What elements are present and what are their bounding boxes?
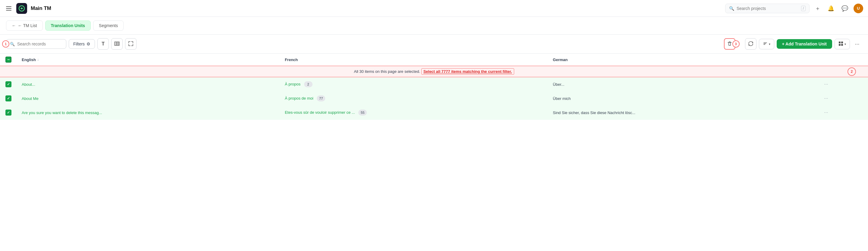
more-options-button[interactable]: ··· (852, 39, 862, 49)
row-checkbox[interactable] (5, 96, 11, 101)
translation-units-tab[interactable]: Translation Units (45, 21, 91, 31)
svg-rect-7 (839, 41, 841, 43)
source-text: About... (22, 82, 35, 87)
french-cell: À propos 2 (280, 77, 548, 92)
filters-button[interactable]: Filters ⚙ (69, 39, 95, 49)
row-more-button[interactable]: ··· (822, 109, 830, 116)
text-size-icon: T (101, 41, 104, 47)
source-text: Are you sure you want to delete this mes… (22, 110, 102, 115)
notifications-button[interactable]: 🔔 (826, 3, 836, 13)
columns-button[interactable] (111, 38, 123, 50)
sort-button[interactable]: ▾ (759, 39, 774, 49)
select-all-banner-row: All 30 items on this page are selected. … (0, 66, 868, 77)
filters-label: Filters (73, 41, 85, 46)
segments-tab[interactable]: Segments (93, 21, 124, 31)
search-slash: / (801, 6, 806, 11)
app-logo (16, 3, 27, 14)
german-label: German (553, 58, 567, 62)
step-2-circle: 2 (847, 67, 856, 76)
row-more-button[interactable]: ··· (822, 95, 830, 102)
search-projects-input[interactable] (737, 6, 799, 11)
expand-button[interactable] (125, 38, 136, 50)
avatar[interactable]: U (854, 4, 863, 13)
add-button[interactable]: ＋ (813, 3, 822, 14)
english-label: English (22, 58, 36, 62)
search-records-input[interactable] (17, 41, 70, 46)
expand-icon (128, 41, 133, 47)
table-header-row: English ↓ French German (0, 53, 868, 66)
messages-button[interactable]: 💬 (840, 3, 850, 13)
segment-count-badge: 55 (358, 110, 367, 115)
segment-count-badge: 2 (304, 81, 313, 87)
german-text: Sind Sie sicher, dass Sie diese Nachrich… (553, 110, 635, 115)
replace-icon (748, 41, 753, 47)
german-text: Über... (553, 82, 564, 87)
german-column-header: German (548, 53, 817, 66)
source-cell: Are you sure you want to delete this mes… (17, 106, 280, 120)
translation-units-table: English ↓ French German All 30 items on (0, 53, 868, 120)
row-more-button[interactable]: ··· (822, 81, 830, 87)
source-cell: About... (17, 77, 280, 92)
table-row: About... À propos 2 Über... ··· (0, 77, 868, 92)
source-text: About Me (22, 96, 38, 101)
add-translation-unit-button[interactable]: + Add Translation Unit (777, 39, 832, 49)
english-column-header[interactable]: English ↓ (17, 53, 280, 66)
text-size-button[interactable]: T (97, 38, 109, 50)
search-records-wrapper: 1 🔍 (6, 39, 66, 49)
app-title: Main TM (31, 5, 721, 11)
view-chevron: ▾ (844, 42, 846, 46)
view-toggle-button[interactable]: ▾ (835, 39, 850, 49)
top-nav: Main TM 🔍 / ＋ 🔔 💬 U (0, 0, 868, 17)
row-checkbox[interactable] (5, 110, 11, 115)
replace-button[interactable] (745, 38, 756, 50)
hamburger-button[interactable] (5, 5, 13, 12)
tabs-bar: ← ← TM List Translation Units Segments (0, 17, 868, 35)
filter-icon: ⚙ (87, 41, 90, 46)
table-wrapper: English ↓ French German All 30 items on (0, 53, 868, 120)
german-cell: Über mich (548, 92, 817, 106)
french-label: French (285, 58, 298, 62)
search-projects-wrapper: 🔍 / (725, 4, 809, 13)
table-row: About Me À propos de moi 77 Über mich ··… (0, 92, 868, 106)
toolbar: 1 🔍 Filters ⚙ T (0, 35, 868, 53)
search-icon: 🔍 (729, 6, 734, 11)
svg-rect-8 (841, 41, 843, 43)
french-column-header: French (280, 53, 548, 66)
select-all-link[interactable]: Select all 7777 items matching the curre… (421, 68, 514, 75)
actions-column-header (817, 53, 868, 66)
segment-count-badge: 77 (317, 96, 325, 101)
row-checkbox-cell[interactable] (0, 77, 17, 92)
row-checkbox-cell[interactable] (0, 92, 17, 106)
banner-text: All 30 items on this page are selected. (354, 69, 420, 74)
row-checkbox-cell[interactable] (0, 106, 17, 120)
french-cell: À propos de moi 77 (280, 92, 548, 106)
german-cell: Über... (548, 77, 817, 92)
svg-rect-2 (116, 42, 118, 45)
source-cell: About Me (17, 92, 280, 106)
row-actions-cell: ··· (817, 92, 868, 106)
tm-list-label: ← TM List (18, 23, 37, 28)
french-text: À propos (285, 82, 301, 86)
grid-icon (838, 41, 843, 47)
tm-list-tab[interactable]: ← ← TM List (6, 21, 43, 31)
select-all-checkbox[interactable] (5, 57, 11, 63)
sort-chevron: ▾ (769, 42, 770, 46)
svg-rect-3 (118, 42, 119, 45)
select-all-header[interactable] (0, 53, 17, 66)
french-text: Etes-vous sûr de vouloir supprimer ce ..… (285, 110, 355, 115)
french-text: À propos de moi (285, 96, 313, 101)
svg-rect-9 (839, 44, 841, 46)
trash-icon (727, 41, 733, 47)
search-records-icon: 🔍 (10, 42, 15, 46)
sort-indicator: ↓ (37, 58, 39, 62)
columns-icon (114, 41, 120, 47)
back-arrow-icon: ← (12, 23, 16, 28)
row-actions-cell: ··· (817, 77, 868, 92)
sort-icon (763, 41, 768, 47)
german-cell: Sind Sie sicher, dass Sie diese Nachrich… (548, 106, 817, 120)
table-row: Are you sure you want to delete this mes… (0, 106, 868, 120)
svg-rect-10 (841, 44, 843, 46)
row-actions-cell: ··· (817, 106, 868, 120)
svg-rect-1 (115, 42, 116, 45)
row-checkbox[interactable] (5, 81, 11, 87)
